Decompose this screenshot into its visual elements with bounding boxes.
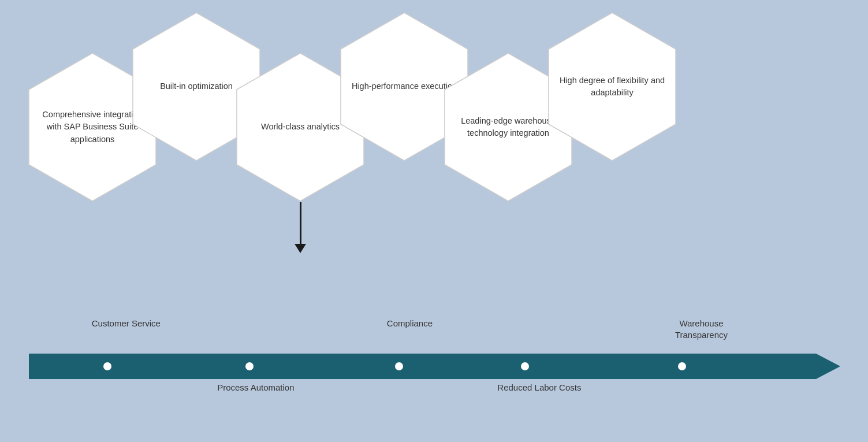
arrow-bar — [29, 354, 816, 379]
arrow-tip — [816, 354, 840, 379]
dot-2 — [245, 362, 254, 370]
label-customer-service: Customer Service — [85, 318, 166, 329]
label-process-automation: Process Automation — [210, 382, 302, 392]
dot-3 — [395, 362, 403, 370]
main-container: Comprehensive integration with SAP Busin… — [0, 0, 868, 442]
label-warehouse-transparency: WarehouseTransparency — [658, 318, 744, 340]
hex4-text: High-performance execution — [352, 80, 457, 92]
hexagon-6: High degree of flexibility and adaptabil… — [546, 12, 679, 162]
bottom-section: Customer Service Compliance WarehouseTra… — [29, 318, 839, 430]
hex-section: Comprehensive integration with SAP Busin… — [0, 0, 868, 277]
dot-1 — [103, 362, 111, 370]
hex6-text: High degree of flexibility and adaptabil… — [557, 75, 667, 99]
hex3-text: World-class analytics — [261, 121, 340, 133]
label-compliance: Compliance — [375, 318, 444, 329]
dot-5 — [678, 362, 686, 370]
dot-4 — [521, 362, 529, 370]
down-arrow — [292, 202, 309, 254]
label-reduced-labor-costs: Reduced Labor Costs — [490, 382, 588, 392]
hex2-text: Built-in optimization — [160, 80, 233, 92]
